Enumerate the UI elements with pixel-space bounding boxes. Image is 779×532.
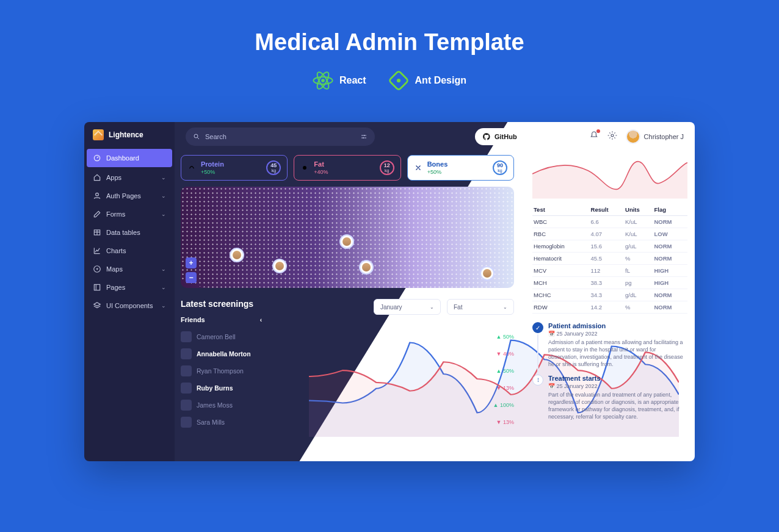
sidebar-item-dashboard[interactable]: Dashboard <box>87 149 172 167</box>
sidebar-item-charts[interactable]: Charts <box>84 242 175 260</box>
search-placeholder: Search <box>205 133 226 140</box>
map-pin[interactable] <box>359 260 374 275</box>
cell-flag: NORM <box>653 301 687 314</box>
cell-flag: NORM <box>653 240 687 253</box>
table-icon <box>93 228 101 237</box>
gauge-icon <box>93 154 101 162</box>
cell-test: MCH <box>532 277 590 289</box>
notification-dot-icon <box>596 129 600 133</box>
table-row: MCH 38.3 pg HIGH <box>532 277 687 289</box>
fat-icon <box>300 164 309 172</box>
cell-flag: HIGH <box>653 265 687 277</box>
cell-test: Hemoglobin <box>532 240 590 253</box>
metric-row: Protein +50% 45kg Fat +40% 12kg Bones +5… <box>181 155 514 181</box>
github-icon <box>482 132 491 141</box>
settings-button[interactable] <box>607 131 617 143</box>
search-input[interactable]: Search <box>186 128 375 146</box>
cell-flag: NORM <box>653 289 687 301</box>
cell-test: RBC <box>532 228 590 240</box>
chevron-left-icon: ‹ <box>260 317 262 323</box>
chart-icon <box>93 246 101 255</box>
sidebar-item-label: Auth Pages <box>106 192 141 200</box>
metric-protein[interactable]: Protein +50% 45kg <box>181 155 288 181</box>
sidebar-item-data-tables[interactable]: Data tables <box>84 223 175 242</box>
cell-units: g/dL <box>624 289 653 301</box>
friend-name: Annabella Morton <box>197 350 251 358</box>
svg-point-11 <box>194 134 198 138</box>
metric-delta: +40% <box>314 169 328 175</box>
search-icon <box>193 133 200 140</box>
metric-name: Bones <box>427 160 448 168</box>
cell-result: 45.5 <box>590 253 625 265</box>
col-test: Test <box>532 204 590 216</box>
cell-test: MCV <box>532 265 590 277</box>
friend-name: Cameron Bell <box>197 333 236 340</box>
sidebar-item-auth-pages[interactable]: Auth Pages ⌄ <box>84 187 175 205</box>
table-row: MCV 112 fL HIGH <box>532 265 687 277</box>
gear-icon <box>607 131 617 140</box>
user-menu[interactable]: Christopher J <box>626 129 684 144</box>
edit-icon <box>93 210 101 218</box>
zoom-out-button[interactable]: − <box>186 272 197 283</box>
map-pin[interactable] <box>230 248 244 262</box>
svg-point-7 <box>96 193 99 196</box>
chevron-down-icon: ⌄ <box>161 193 166 199</box>
metric-bones[interactable]: Bones +50% 90kg <box>407 155 514 181</box>
tech-row: React Ant Design <box>0 70 779 91</box>
svg-point-13 <box>364 135 366 136</box>
content-left: Protein +50% 45kg Fat +40% 12kg Bones +5… <box>181 155 514 431</box>
screenings-section: Latest screenings January ⌄ Fat ⌄ Friend… <box>181 299 514 431</box>
brand[interactable]: Lightence <box>84 122 175 148</box>
table-row: Hemoglobin 15.6 g/uL NORM <box>532 240 687 253</box>
sidebar-item-label: Pages <box>106 284 125 291</box>
github-link[interactable]: GitHub <box>475 128 524 145</box>
sidebar-item-ui-components[interactable]: UI Components ⌄ <box>84 297 175 315</box>
notifications-button[interactable] <box>589 131 599 143</box>
chevron-down-icon: ⌄ <box>503 304 507 310</box>
cell-test: MCHC <box>532 289 590 301</box>
table-row: RDW 14.2 % NORM <box>532 301 687 314</box>
metric-name: Fat <box>314 160 324 168</box>
cell-test: Hematocrit <box>532 253 590 265</box>
map-zoom: + − <box>186 257 197 283</box>
map-card[interactable]: + − <box>181 187 514 288</box>
map-pin[interactable] <box>272 259 287 273</box>
cell-flag: NORM <box>653 216 687 228</box>
map-pin[interactable] <box>480 266 495 281</box>
sidebar-item-apps[interactable]: Apps ⌄ <box>84 168 175 187</box>
cell-result: 6.6 <box>590 216 625 228</box>
brand-name: Lightence <box>109 131 143 139</box>
filter-metric[interactable]: Fat ⌄ <box>447 299 514 315</box>
timeline-item: ✓ Patient admission 📅 25 January 2022 Ad… <box>532 322 687 368</box>
avatar <box>181 417 192 428</box>
timeline-date: 📅 25 January 2022 <box>548 331 687 337</box>
cell-flag: HIGH <box>653 277 687 289</box>
map-pin[interactable] <box>339 234 354 249</box>
sliders-icon[interactable] <box>360 133 368 140</box>
cell-units: % <box>624 301 653 314</box>
cell-result: 34.3 <box>590 289 625 301</box>
sidebar-item-maps[interactable]: Maps ⌄ <box>84 260 175 278</box>
app-shell: Lightence Dashboard Apps ⌄ Auth Pages ⌄ … <box>84 122 695 461</box>
svg-point-14 <box>363 137 364 138</box>
cell-test: RDW <box>532 301 590 314</box>
sidebar-item-label: Charts <box>106 247 126 254</box>
chevron-down-icon: ⌄ <box>161 266 166 272</box>
avatar <box>181 400 192 411</box>
filter-metric-label: Fat <box>454 304 462 311</box>
timeline-body: Admission of a patient means allowing an… <box>548 339 687 368</box>
avatar <box>626 129 640 144</box>
chevron-down-icon: ⌄ <box>161 174 166 181</box>
nav: Dashboard Apps ⌄ Auth Pages ⌄ Forms ⌄ Da… <box>84 148 175 315</box>
metric-value: 45kg <box>266 160 281 175</box>
sidebar-item-forms[interactable]: Forms ⌄ <box>84 205 175 223</box>
metric-fat[interactable]: Fat +40% 12kg <box>294 155 400 181</box>
github-label: GitHub <box>495 133 517 140</box>
bones-icon <box>414 164 422 172</box>
cell-units: g/uL <box>624 240 653 253</box>
zoom-in-button[interactable]: + <box>186 257 197 268</box>
sidebar-item-pages[interactable]: Pages ⌄ <box>84 278 175 297</box>
filter-month[interactable]: January ⌄ <box>374 299 441 315</box>
metric-delta: +50% <box>201 169 224 175</box>
friend-name: Ryan Thompson <box>197 367 244 375</box>
